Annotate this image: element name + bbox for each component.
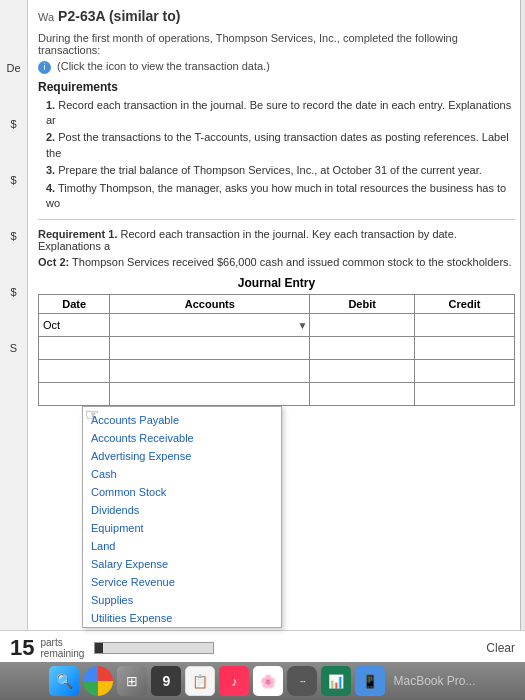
dropdown-item-equipment[interactable]: Equipment (83, 519, 281, 537)
progress-bar-fill (95, 643, 103, 653)
parts-number: 15 (10, 635, 34, 661)
music-icon[interactable]: ♪ (219, 666, 249, 696)
chrome-icon[interactable] (83, 666, 113, 696)
photos-icon[interactable]: 🌸 (253, 666, 283, 696)
num9-icon[interactable]: 9 (151, 666, 181, 696)
dropdown-item-service-revenue[interactable]: Service Revenue (83, 573, 281, 591)
debit-input-1[interactable] (314, 316, 410, 334)
sidebar-de-label: De (4, 60, 22, 76)
req-item-1: 1. Record each transaction in the journa… (46, 98, 515, 129)
parts-bar: 15 parts remaining Clear (0, 630, 525, 662)
mac-dock: 🔍 ⊞ 9 📋 ♪ 🌸 ··· 📊 📱 MacBook Pro... (0, 662, 525, 700)
dropdown-item-dividends[interactable]: Dividends (83, 501, 281, 519)
dropdown-menu: ☞ Accounts Payable Accounts Receivable A… (82, 406, 282, 628)
date-cell-4 (39, 383, 110, 406)
cursor-icon: ☞ (85, 405, 99, 424)
requirements-title: Requirements (38, 80, 515, 94)
credit-input-2[interactable] (419, 339, 510, 357)
dropdown-item-supplies[interactable]: Supplies (83, 591, 281, 609)
partial-wa-label: Wa (38, 11, 54, 23)
page-title: P2-63A (similar to) (58, 8, 180, 24)
dropdown-item-land[interactable]: Land (83, 537, 281, 555)
dropdown-item-accounts-payable[interactable]: Accounts Payable (83, 411, 281, 429)
account-input-4[interactable] (114, 385, 305, 403)
col-header-credit: Credit (415, 295, 515, 314)
credit-input-1[interactable] (419, 316, 510, 334)
account-input-1[interactable] (114, 316, 305, 334)
journal-title: Journal Entry (38, 276, 515, 290)
account-cell-2[interactable] (110, 337, 310, 360)
credit-input-3[interactable] (419, 362, 510, 380)
blue-app-icon[interactable]: 📱 (355, 666, 385, 696)
info-icon: i (38, 61, 51, 74)
req-item-3: 3. Prepare the trial balance of Thompson… (46, 163, 515, 178)
req-item-2: 2. Post the transactions to the T-accoun… (46, 130, 515, 161)
journal-section: Journal Entry Date Accounts Debit Credit… (38, 276, 515, 406)
divider (38, 219, 515, 220)
req-item-4: 4. Timothy Thompson, the manager, asks y… (46, 181, 515, 212)
credit-input-4[interactable] (419, 385, 510, 403)
sidebar-dollar1: $ (8, 116, 18, 132)
macbook-pro-text: MacBook Pro... (393, 674, 475, 688)
dropdown-item-advertising-expense[interactable]: Advertising Expense (83, 447, 281, 465)
debit-cell-3[interactable] (310, 360, 415, 383)
date-cell-1: Oct (39, 314, 110, 337)
description-line: During the first month of operations, Th… (38, 32, 515, 56)
table-row (39, 383, 515, 406)
date-cell-2 (39, 337, 110, 360)
debit-cell-2[interactable] (310, 337, 415, 360)
clear-button[interactable]: Clear (486, 641, 515, 655)
sidebar-dollar2: $ (8, 172, 18, 188)
parts-label: parts remaining (40, 637, 84, 659)
sidebar-s-label: S (8, 340, 19, 356)
sidebar-dollar3: $ (8, 228, 18, 244)
finder-icon[interactable]: 🔍 (49, 666, 79, 696)
debit-input-4[interactable] (314, 385, 410, 403)
account-input-3[interactable] (114, 362, 305, 380)
credit-cell-2[interactable] (415, 337, 515, 360)
progress-bar (94, 642, 214, 654)
dropdown-item-common-stock[interactable]: Common Stock (83, 483, 281, 501)
account-cell-3[interactable] (110, 360, 310, 383)
dropdown-item-accounts-receivable[interactable]: Accounts Receivable (83, 429, 281, 447)
req1-title: Requirement 1. Record each transaction i… (38, 228, 515, 252)
account-cell-4[interactable] (110, 383, 310, 406)
col-header-date: Date (39, 295, 110, 314)
sidebar-dollar4: $ (8, 284, 18, 300)
account-input-2[interactable] (114, 339, 305, 357)
date-cell-3 (39, 360, 110, 383)
debit-input-2[interactable] (314, 339, 410, 357)
table-row (39, 360, 515, 383)
journal-table: Date Accounts Debit Credit Oct (38, 294, 515, 406)
dots-icon[interactable]: ··· (287, 666, 317, 696)
debit-input-3[interactable] (314, 362, 410, 380)
bar-chart-icon[interactable]: 📊 (321, 666, 351, 696)
launchpad-icon[interactable]: ⊞ (117, 666, 147, 696)
oct-description: Oct 2: Thompson Services received $66,00… (38, 256, 515, 268)
main-content: De $ $ $ $ S Wa P2-63A (similar to) Duri… (0, 0, 525, 640)
right-sidebar-strip (520, 0, 525, 640)
dropdown-item-utilities-expense[interactable]: Utilities Expense (83, 609, 281, 627)
col-header-accounts: Accounts (110, 295, 310, 314)
left-sidebar: De $ $ $ $ S (0, 0, 28, 640)
debit-cell-4[interactable] (310, 383, 415, 406)
click-text: (Click the icon to view the transaction … (57, 60, 270, 72)
credit-cell-1[interactable] (415, 314, 515, 337)
credit-cell-3[interactable] (415, 360, 515, 383)
notes-icon[interactable]: 📋 (185, 666, 215, 696)
account-cell-1[interactable]: ▼ (110, 314, 310, 337)
dropdown-item-cash[interactable]: Cash (83, 465, 281, 483)
dropdown-item-salary-expense[interactable]: Salary Expense (83, 555, 281, 573)
col-header-debit: Debit (310, 295, 415, 314)
content-area: Wa P2-63A (similar to) During the first … (28, 0, 525, 640)
table-row: Oct ▼ (39, 314, 515, 337)
credit-cell-4[interactable] (415, 383, 515, 406)
table-row (39, 337, 515, 360)
debit-cell-1[interactable] (310, 314, 415, 337)
